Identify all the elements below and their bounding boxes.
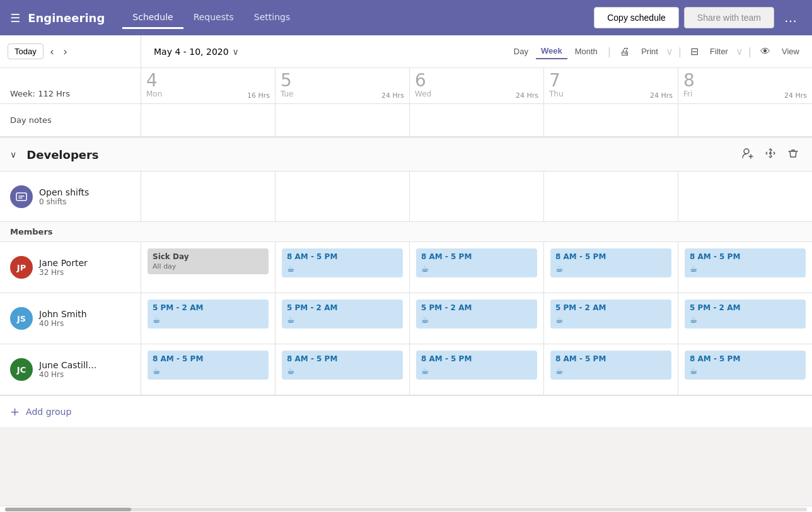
sick-day-sub: All day (153, 262, 264, 271)
more-icon[interactable]: … (779, 8, 802, 28)
open-shift-cell-tue[interactable] (276, 172, 410, 221)
jane-shift-tue[interactable]: 8 AM - 5 PM ☕ (276, 242, 410, 293)
open-shift-cell-wed[interactable] (410, 172, 544, 221)
svg-point-1 (769, 152, 772, 154)
member-name-june: June Castill... (39, 360, 96, 370)
top-bar: ☰ Engineering Schedule Requests Settings… (0, 0, 812, 35)
nav-settings[interactable]: Settings (244, 7, 300, 29)
john-shift-wed[interactable]: 5 PM - 2 AM ☕ (410, 293, 544, 344)
john-shift-fri[interactable]: 5 PM - 2 AM ☕ (678, 293, 812, 344)
separator-3: | (746, 45, 754, 57)
john-shift-block-fri[interactable]: 5 PM - 2 AM ☕ (685, 300, 806, 329)
day-notes-row: Day notes (0, 104, 812, 137)
share-with-team-button[interactable]: Share with team (684, 7, 774, 28)
day-hrs-tue: 24 Hrs (381, 91, 404, 100)
john-shift-block-thu[interactable]: 5 PM - 2 AM ☕ (550, 300, 671, 329)
nav-schedule[interactable]: Schedule (122, 7, 183, 29)
print-button[interactable]: Print (636, 44, 663, 59)
member-row-john: JS John Smith 40 Hrs 5 PM - 2 AM ☕ (0, 293, 812, 344)
member-hrs-john: 40 Hrs (39, 319, 87, 328)
open-shift-cell-thu[interactable] (544, 172, 678, 221)
day-notes-cell-wed[interactable] (410, 104, 544, 136)
day-notes-cell-thu[interactable] (544, 104, 678, 136)
nav-requests[interactable]: Requests (183, 7, 244, 29)
month-view-button[interactable]: Month (570, 44, 603, 59)
add-group-label: Add group (26, 407, 71, 417)
hamburger-icon[interactable]: ☰ (10, 11, 20, 25)
delete-group-button[interactable] (784, 144, 802, 165)
app-title: Engineering (28, 11, 105, 25)
horizontal-scrollbar-track[interactable] (5, 508, 807, 511)
june-shift-block-thu[interactable]: 8 AM - 5 PM ☕ (550, 351, 671, 380)
visibility-icon[interactable]: 👁 (757, 44, 774, 60)
june-coffee-icon-tue: ☕ (287, 366, 398, 376)
avatar-june: JC (10, 358, 33, 381)
june-shift-block-tue[interactable]: 8 AM - 5 PM ☕ (282, 351, 403, 380)
add-member-button[interactable] (739, 144, 757, 165)
june-shift-time-fri: 8 AM - 5 PM (690, 354, 801, 363)
week-view-button[interactable]: Week (536, 44, 567, 59)
john-shift-thu[interactable]: 5 PM - 2 AM ☕ (544, 293, 678, 344)
john-shift-block-wed[interactable]: 5 PM - 2 AM ☕ (416, 300, 537, 329)
open-shifts-sidebar: Open shifts 0 shifts (0, 172, 141, 221)
jane-shift-wed[interactable]: 8 AM - 5 PM ☕ (410, 242, 544, 293)
john-shift-time-mon: 5 PM - 2 AM (153, 303, 264, 312)
day-notes-cell-fri[interactable] (678, 104, 812, 136)
prev-arrow[interactable]: ‹ (47, 44, 57, 59)
group-header: ∨ Developers (0, 137, 812, 172)
scroll-area[interactable]: ∨ Developers (0, 137, 812, 506)
jane-shift-fri[interactable]: 8 AM - 5 PM ☕ (678, 242, 812, 293)
copy-schedule-button[interactable]: Copy schedule (594, 7, 679, 28)
june-shift-mon[interactable]: 8 AM - 5 PM ☕ (141, 344, 276, 395)
view-button[interactable]: View (777, 44, 804, 59)
open-shift-cell-mon[interactable] (141, 172, 276, 221)
jane-shift-thu[interactable]: 8 AM - 5 PM ☕ (544, 242, 678, 293)
horizontal-scrollbar-thumb[interactable] (5, 508, 131, 511)
member-cells-jane: Sick Day All day 8 AM - 5 PM ☕ (141, 242, 812, 293)
shift-time-thu: 8 AM - 5 PM (555, 252, 666, 261)
add-group-row[interactable]: + Add group (0, 395, 812, 427)
bottom-scrollbar[interactable] (0, 506, 812, 512)
john-shift-block-mon[interactable]: 5 PM - 2 AM ☕ (148, 300, 269, 329)
shift-block-blue-fri[interactable]: 8 AM - 5 PM ☕ (685, 248, 806, 277)
coffee-icon: ☕ (287, 264, 398, 274)
date-range-label: May 4 - 10, 2020 (154, 47, 229, 57)
john-shift-block-tue[interactable]: 5 PM - 2 AM ☕ (282, 300, 403, 329)
day-notes-label: Day notes (10, 115, 52, 125)
print-icon[interactable]: 🖨 (616, 44, 634, 60)
group-collapse-icon[interactable]: ∨ (10, 149, 16, 160)
next-arrow[interactable]: › (61, 44, 70, 59)
sick-day-block[interactable]: Sick Day All day (148, 248, 269, 274)
june-shift-block-mon[interactable]: 8 AM - 5 PM ☕ (148, 351, 269, 380)
june-shift-wed[interactable]: 8 AM - 5 PM ☕ (410, 344, 544, 395)
day-name-wed: Wed (415, 90, 431, 98)
june-shift-block-fri[interactable]: 8 AM - 5 PM ☕ (685, 351, 806, 380)
day-header-mon: 4 Mon 16 Hrs (141, 68, 276, 103)
john-shift-tue[interactable]: 5 PM - 2 AM ☕ (276, 293, 410, 344)
day-name-mon: Mon (146, 90, 162, 98)
day-notes-cell-mon[interactable] (141, 104, 276, 136)
john-shift-mon[interactable]: 5 PM - 2 AM ☕ (141, 293, 276, 344)
move-group-button[interactable] (762, 144, 779, 165)
shift-block-blue[interactable]: 8 AM - 5 PM ☕ (282, 248, 403, 277)
filter-button[interactable]: Filter (705, 44, 733, 59)
member-hrs-jane: 32 Hrs (39, 268, 88, 277)
june-shift-fri[interactable]: 8 AM - 5 PM ☕ (678, 344, 812, 395)
open-shifts-row: Open shifts 0 shifts (0, 172, 812, 222)
shift-block-blue-thu[interactable]: 8 AM - 5 PM ☕ (550, 248, 671, 277)
june-shift-block-wed[interactable]: 8 AM - 5 PM ☕ (416, 351, 537, 380)
full-content: Today ‹ › Week: 112 Hrs May 4 - 10, 2020… (0, 35, 812, 512)
shift-block-blue-wed[interactable]: 8 AM - 5 PM ☕ (416, 248, 537, 277)
open-shift-cell-fri[interactable] (678, 172, 812, 221)
group-developers: ∨ Developers (0, 137, 812, 395)
day-notes-cell-tue[interactable] (276, 104, 410, 136)
day-view-button[interactable]: Day (509, 44, 533, 59)
today-button[interactable]: Today (8, 44, 44, 59)
date-range-dropdown-icon[interactable]: ∨ (233, 47, 239, 57)
day-hrs-mon: 16 Hrs (247, 91, 270, 100)
jane-shift-mon[interactable]: Sick Day All day (141, 242, 276, 293)
june-shift-tue[interactable]: 8 AM - 5 PM ☕ (276, 344, 410, 395)
open-shifts-info: Open shifts 0 shifts (39, 187, 89, 206)
filter-icon[interactable]: ⊟ (687, 43, 702, 60)
june-shift-thu[interactable]: 8 AM - 5 PM ☕ (544, 344, 678, 395)
